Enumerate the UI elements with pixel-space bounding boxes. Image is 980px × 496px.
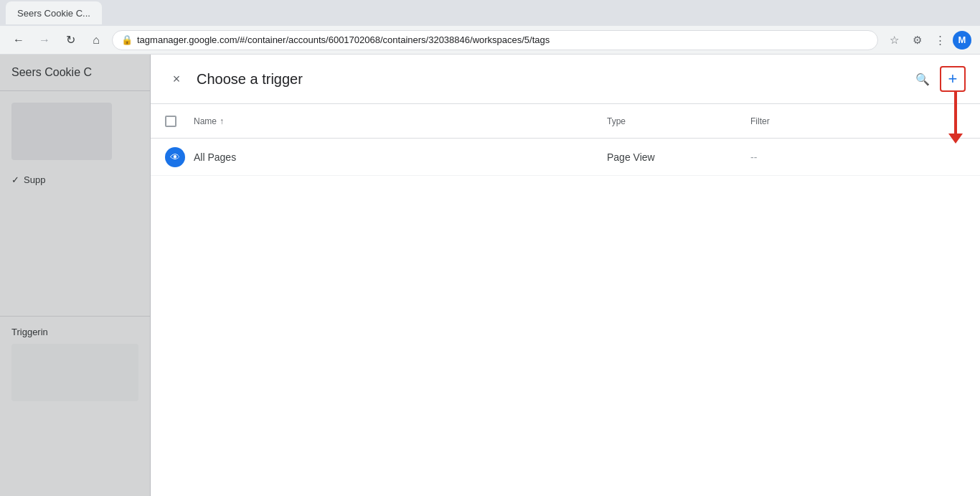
table-row[interactable]: 👁 All Pages Page View -- [151,139,980,176]
tab-label: Seers Cookie C... [17,8,90,19]
header-checkbox[interactable] [165,116,176,127]
eye-icon: 👁 [170,151,180,163]
th-checkbox [165,116,194,127]
trigger-type-icon: 👁 [165,147,185,167]
arrow-annotation [948,90,963,144]
bookmark-button[interactable]: ☆ [884,30,904,50]
row-type-cell: Page View [607,151,750,163]
row-filter-text: -- [750,151,757,163]
modal-body: Name ↑ Type Filter 👁 All Pages [151,104,980,496]
forward-button[interactable]: → [34,30,55,50]
modal-add-button[interactable]: + [940,66,966,92]
page-content: Seers Cookie C ✓ Supp Triggerin × Choose… [0,55,980,496]
modal-header-left: × Choose a trigger [165,67,303,90]
row-checkbox-cell: 👁 [165,147,194,167]
browser-chrome: Seers Cookie C... ← → ↻ ⌂ 🔒 tagmanager.g… [0,0,980,55]
choose-trigger-modal: × Choose a trigger 🔍 + Nam [151,55,980,496]
modal-header-right: 🔍 + [911,66,966,92]
th-name-label: Name [194,116,217,126]
reload-button[interactable]: ↻ [60,30,80,50]
row-type-text: Page View [607,151,655,163]
tab-bar: Seers Cookie C... [0,0,980,26]
address-text: tagmanager.google.com/#/container/accoun… [137,34,550,45]
th-filter: Filter [750,116,966,126]
th-filter-label: Filter [750,116,770,126]
nav-bar: ← → ↻ ⌂ 🔒 tagmanager.google.com/#/contai… [0,26,980,55]
profile-icon[interactable]: M [953,31,971,50]
th-name: Name ↑ [194,116,607,126]
arrow-head [948,134,963,144]
extensions-button[interactable]: ⚙ [907,30,927,50]
search-icon: 🔍 [915,72,930,86]
th-type: Type [607,116,750,126]
table-header: Name ↑ Type Filter [151,104,980,139]
home-button[interactable]: ⌂ [86,30,106,50]
modal-title: Choose a trigger [197,71,303,88]
sort-arrow-icon[interactable]: ↑ [220,116,224,126]
lock-icon: 🔒 [121,34,133,45]
back-button[interactable]: ← [9,30,29,50]
address-bar[interactable]: 🔒 tagmanager.google.com/#/container/acco… [112,30,878,50]
more-button[interactable]: ⋮ [930,30,950,50]
modal-search-button[interactable]: 🔍 [911,67,934,90]
modal-close-button[interactable]: × [165,67,188,90]
th-type-label: Type [607,116,626,126]
modal-header: × Choose a trigger 🔍 + [151,55,980,104]
arrow-shaft [954,90,957,134]
row-filter-cell: -- [750,151,966,163]
active-tab[interactable]: Seers Cookie C... [6,1,102,24]
row-name-cell: All Pages [194,151,607,163]
row-name-text: All Pages [194,151,236,163]
nav-right-buttons: ☆ ⚙ ⋮ M [884,30,971,50]
